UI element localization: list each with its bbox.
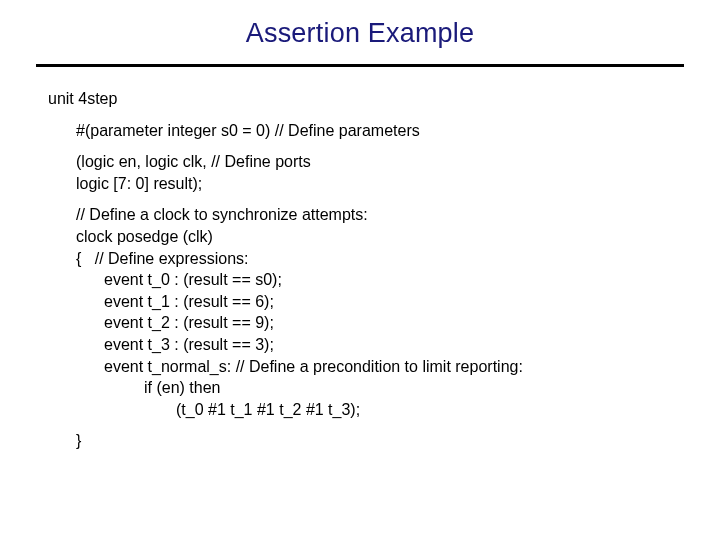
code-line-ev2: event t_2 : (result == 9);	[104, 312, 672, 334]
code-line-unit: unit 4step	[48, 88, 672, 110]
title-underline	[36, 64, 684, 67]
code-line-close: }	[76, 430, 672, 452]
code-line-param: #(parameter integer s0 = 0) // Define pa…	[76, 120, 672, 142]
code-line-ports1: (logic en, logic clk, // Define ports	[76, 151, 672, 173]
spacer	[48, 110, 672, 120]
code-body: unit 4step #(parameter integer s0 = 0) /…	[48, 88, 672, 452]
code-line-seq: (t_0 #1 t_1 #1 t_2 #1 t_3);	[176, 399, 672, 421]
slide-title: Assertion Example	[0, 18, 720, 49]
spacer	[48, 141, 672, 151]
code-line-ev3: event t_3 : (result == 3);	[104, 334, 672, 356]
code-line-ifthen: if (en) then	[144, 377, 672, 399]
spacer	[48, 194, 672, 204]
code-line-clkdecl: clock posedge (clk)	[76, 226, 672, 248]
code-line-openexpr: { // Define expressions:	[76, 248, 672, 270]
spacer	[48, 420, 672, 430]
code-line-clkcomment: // Define a clock to synchronize attempt…	[76, 204, 672, 226]
slide: Assertion Example unit 4step #(parameter…	[0, 0, 720, 540]
code-line-ev1: event t_1 : (result == 6);	[104, 291, 672, 313]
code-line-evn: event t_normal_s: // Define a preconditi…	[104, 356, 672, 378]
code-line-ports2: logic [7: 0] result);	[76, 173, 672, 195]
code-line-ev0: event t_0 : (result == s0);	[104, 269, 672, 291]
